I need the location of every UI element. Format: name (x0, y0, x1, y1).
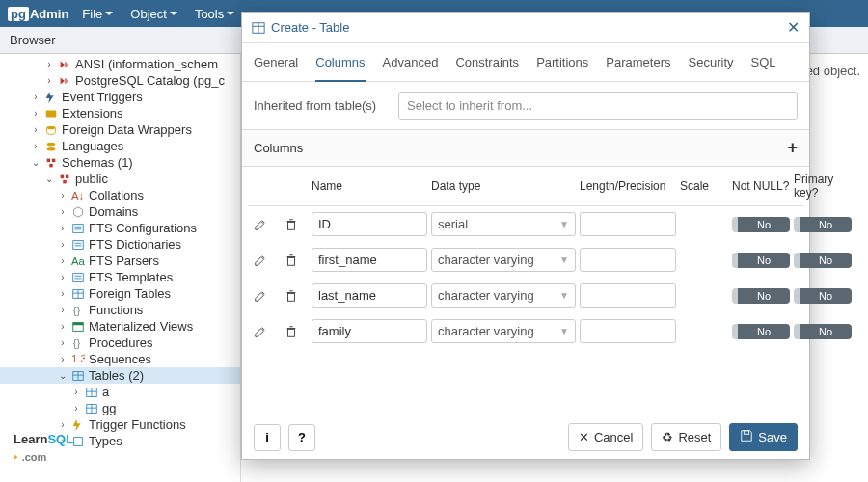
chevron-icon[interactable]: › (58, 190, 68, 201)
tree-node[interactable]: ›Event Triggers (0, 89, 240, 105)
tree-node[interactable]: ›{}Procedures (0, 335, 240, 351)
column-length-input[interactable] (580, 283, 676, 308)
menu-tools[interactable]: Tools (195, 7, 234, 21)
not-null-toggle[interactable]: No (732, 253, 790, 268)
tree-node[interactable]: ›FTS Dictionaries (0, 236, 240, 253)
primary-key-toggle[interactable]: No (794, 288, 852, 304)
chevron-icon[interactable]: › (58, 272, 68, 282)
tree-node[interactable]: ›PostgreSQL Catalog (pg_c (0, 72, 240, 89)
column-type-select[interactable]: character varying▼ (431, 319, 576, 343)
chevron-icon[interactable]: › (71, 403, 81, 414)
chevron-icon[interactable]: › (31, 108, 41, 119)
tree-node[interactable]: ›{}Functions (0, 302, 240, 318)
menu-object[interactable]: Object (130, 7, 177, 21)
chevron-icon[interactable]: ⌄ (58, 370, 68, 381)
tab-general[interactable]: General (254, 49, 298, 75)
delete-row-button[interactable] (281, 285, 302, 307)
tree-node[interactable]: ⌄Tables (2) (0, 367, 240, 384)
svg-rect-18 (73, 273, 84, 281)
tree-node[interactable]: ›FTS Templates (0, 269, 240, 285)
tree-node[interactable]: ›1.3Sequences (0, 351, 240, 367)
tab-sql[interactable]: SQL (751, 49, 776, 75)
tree-label: ANSI (information_schem (75, 57, 218, 71)
tree-node[interactable]: ⌄Schemas (1) (0, 154, 240, 171)
column-type-select[interactable]: character varying▼ (431, 248, 576, 272)
tree-node[interactable]: ⌄public (0, 171, 240, 187)
chevron-icon[interactable]: › (31, 141, 41, 151)
primary-key-toggle[interactable]: No (794, 324, 852, 339)
save-button[interactable]: Save (729, 423, 798, 451)
not-null-toggle[interactable]: No (732, 288, 790, 304)
tree-node[interactable]: ›A↓Collations (0, 187, 240, 203)
reset-button[interactable]: ♻Reset (651, 423, 721, 451)
chevron-icon[interactable]: › (58, 337, 68, 348)
chevron-icon[interactable]: › (58, 239, 68, 250)
chevron-icon[interactable]: › (58, 255, 68, 266)
edit-row-button[interactable] (250, 285, 271, 307)
delete-row-button[interactable] (281, 214, 302, 235)
tree-node[interactable]: ›AaFTS Parsers (0, 253, 240, 269)
delete-row-button[interactable] (281, 321, 302, 342)
chevron-icon[interactable]: ⌄ (31, 157, 41, 168)
column-name-input[interactable] (312, 319, 427, 343)
chevron-icon[interactable]: › (44, 75, 54, 86)
column-length-input[interactable] (580, 319, 676, 343)
tab-columns[interactable]: Columns (315, 49, 365, 82)
tab-constraints[interactable]: Constraints (455, 49, 519, 75)
chevron-icon[interactable]: › (58, 354, 68, 364)
col-pk-header: Primary key? (794, 173, 852, 200)
primary-key-toggle[interactable]: No (794, 253, 852, 268)
tree-node[interactable]: ›Extensions (0, 105, 240, 121)
tree-label: Event Triggers (62, 90, 143, 104)
tree-node[interactable]: ›Languages (0, 138, 240, 154)
info-button[interactable]: i (254, 424, 281, 451)
delete-row-button[interactable] (281, 250, 302, 271)
edit-row-button[interactable] (250, 321, 271, 342)
not-null-toggle[interactable]: No (732, 217, 790, 232)
column-name-input[interactable] (312, 248, 427, 272)
column-length-input[interactable] (580, 248, 676, 272)
not-null-toggle[interactable]: No (732, 324, 790, 339)
edit-row-button[interactable] (250, 250, 271, 271)
svg-rect-38 (74, 437, 83, 445)
chevron-icon[interactable]: › (71, 387, 81, 397)
tree-node[interactable]: ›Foreign Tables (0, 285, 240, 302)
cancel-button[interactable]: ✕Cancel (568, 423, 643, 451)
chevron-icon[interactable]: › (31, 92, 41, 102)
tree-node[interactable]: ›ANSI (information_schem (0, 56, 240, 72)
add-column-button[interactable]: + (787, 138, 798, 158)
column-type-select[interactable]: serial▼ (431, 212, 576, 236)
chevron-icon[interactable]: › (44, 59, 54, 69)
chevron-icon[interactable]: › (58, 223, 68, 233)
tree-node[interactable]: ›a (0, 384, 240, 400)
tab-advanced[interactable]: Advanced (383, 49, 439, 75)
object-tree[interactable]: ›ANSI (information_schem›PostgreSQL Cata… (0, 54, 241, 482)
tree-node[interactable]: ›Foreign Data Wrappers (0, 121, 240, 138)
help-button[interactable]: ? (288, 424, 315, 451)
column-name-input[interactable] (312, 212, 427, 236)
column-length-input[interactable] (580, 212, 676, 236)
chevron-icon[interactable]: ⌄ (44, 174, 54, 184)
chevron-icon[interactable]: › (31, 124, 41, 135)
tree-node[interactable]: ›gg (0, 400, 240, 416)
menu-file[interactable]: File (82, 7, 113, 21)
tab-partitions[interactable]: Partitions (536, 49, 588, 75)
tree-label: Domains (89, 204, 138, 219)
edit-row-button[interactable] (250, 214, 271, 235)
chevron-icon[interactable]: › (58, 419, 68, 430)
chevron-icon[interactable]: › (58, 206, 68, 217)
column-name-input[interactable] (312, 283, 427, 308)
inherit-select[interactable]: Select to inherit from... (398, 92, 798, 120)
chevron-icon[interactable]: › (58, 288, 68, 299)
primary-key-toggle[interactable]: No (794, 217, 852, 232)
column-type-select[interactable]: character varying▼ (431, 283, 576, 308)
tree-node[interactable]: ›Materialized Views (0, 318, 240, 335)
chevron-icon[interactable]: › (58, 305, 68, 315)
tree-node[interactable]: ›Domains (0, 203, 240, 220)
close-icon[interactable]: ✕ (787, 18, 800, 37)
tab-parameters[interactable]: Parameters (606, 49, 670, 75)
chevron-icon[interactable]: › (58, 321, 68, 332)
tree-node[interactable]: ›FTS Configurations (0, 220, 240, 236)
tab-security[interactable]: Security (689, 49, 734, 75)
svg-rect-11 (73, 224, 84, 232)
